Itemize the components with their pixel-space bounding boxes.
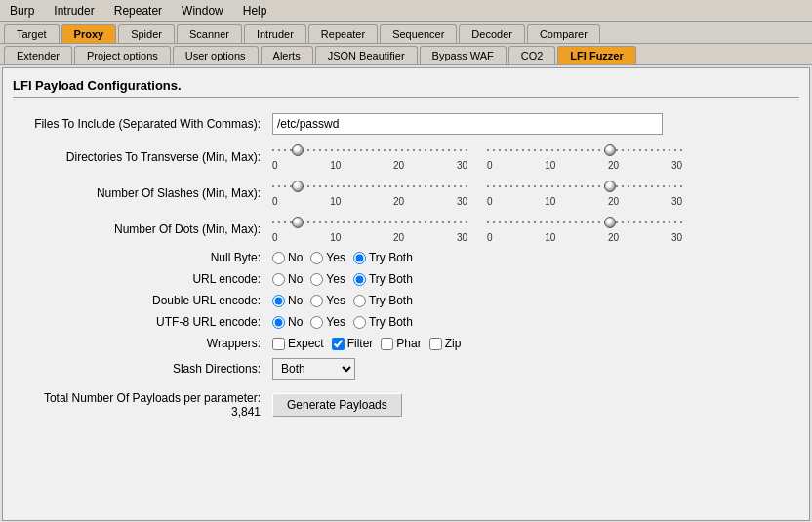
- double-url-no-label[interactable]: No: [272, 294, 303, 307]
- url-encode-no-label[interactable]: No: [272, 272, 303, 286]
- double-url-control: No Yes Try Both: [266, 290, 799, 311]
- null-byte-no-radio[interactable]: [272, 252, 285, 264]
- null-byte-no-label[interactable]: No: [272, 251, 303, 264]
- tab-target[interactable]: Target: [4, 24, 60, 43]
- tab-intruder[interactable]: Intruder: [244, 24, 306, 43]
- double-url-label: Double URL encode:: [13, 290, 266, 311]
- tab-scanner[interactable]: Scanner: [177, 24, 242, 43]
- wrappers-control: Expect Filter Phar Zip: [266, 333, 799, 354]
- utf8-yes-label[interactable]: Yes: [310, 315, 345, 329]
- slash-dir-label: Slash Directions:: [13, 354, 266, 383]
- menu-help[interactable]: Help: [239, 2, 271, 20]
- dirs-label: Directories To Transverse (Min, Max):: [13, 139, 266, 175]
- utf8-control: No Yes Try Both: [266, 311, 799, 333]
- wrapper-phar-label[interactable]: Phar: [381, 337, 421, 350]
- tab-co2[interactable]: CO2: [508, 46, 556, 64]
- tab-decoder[interactable]: Decoder: [459, 24, 525, 43]
- wrapper-phar-checkbox[interactable]: [381, 338, 393, 350]
- double-url-try-both-label[interactable]: Try Both: [353, 294, 413, 307]
- null-byte-try-both-label[interactable]: Try Both: [353, 251, 413, 264]
- dots-max-slider[interactable]: [487, 215, 682, 230]
- tab-comparer[interactable]: Comparer: [527, 24, 600, 43]
- null-byte-label: Null Byte:: [13, 247, 266, 268]
- dots-min-slider[interactable]: [272, 215, 467, 230]
- utf8-label: UTF-8 URL encode:: [13, 311, 266, 333]
- url-encode-label: URL encode:: [13, 268, 266, 290]
- url-encode-no-radio[interactable]: [272, 273, 285, 286]
- slash-dir-control: Both Forward Backslash: [266, 354, 799, 383]
- wrapper-zip-label[interactable]: Zip: [429, 337, 462, 350]
- null-byte-yes-radio[interactable]: [310, 252, 323, 264]
- tab-alerts[interactable]: Alerts: [261, 46, 313, 64]
- utf8-try-both-label[interactable]: Try Both: [353, 315, 413, 329]
- null-byte-try-both-radio[interactable]: [353, 252, 366, 264]
- menu-intruder[interactable]: Intruder: [50, 2, 98, 20]
- utf8-try-both-radio[interactable]: [353, 316, 366, 329]
- wrappers-label: Wrappers:: [13, 333, 266, 354]
- wrapper-filter-label[interactable]: Filter: [332, 337, 374, 350]
- double-url-yes-label[interactable]: Yes: [310, 294, 345, 307]
- slashes-min-slider[interactable]: [272, 179, 467, 194]
- slashes-max-slider[interactable]: [487, 179, 682, 194]
- slashes-label: Number Of Slashes (Min, Max):: [13, 175, 266, 211]
- dirs-max-slider[interactable]: [487, 142, 682, 158]
- menu-burp[interactable]: Burp: [6, 2, 38, 20]
- tab-project-options[interactable]: Project options: [74, 46, 171, 64]
- dirs-control: 0102030 0102030: [266, 139, 799, 175]
- double-url-yes-radio[interactable]: [310, 295, 323, 307]
- wrapper-expect-label[interactable]: Expect: [272, 337, 324, 350]
- tab-proxy[interactable]: Proxy: [61, 24, 117, 43]
- tab-user-options[interactable]: User options: [173, 46, 259, 64]
- dirs-min-slider[interactable]: [272, 142, 467, 158]
- tab-json-beautifier[interactable]: JSON Beautifier: [315, 46, 418, 64]
- tab-row-2: Extender Project options User options Al…: [0, 44, 812, 65]
- url-encode-try-both-radio[interactable]: [353, 273, 366, 286]
- files-label: Files To Include (Separated With Commas)…: [13, 109, 266, 139]
- tab-sequencer[interactable]: Sequencer: [380, 24, 457, 43]
- null-byte-yes-label[interactable]: Yes: [310, 251, 345, 264]
- tab-lfi-fuzzer[interactable]: LFI Fuzzer: [557, 46, 635, 64]
- tab-repeater[interactable]: Repeater: [308, 24, 378, 43]
- menu-repeater[interactable]: Repeater: [110, 2, 166, 20]
- files-control: [266, 109, 799, 139]
- tab-extender[interactable]: Extender: [4, 46, 72, 64]
- double-url-no-radio[interactable]: [272, 295, 285, 307]
- utf8-no-radio[interactable]: [272, 316, 285, 329]
- menu-bar: Burp Intruder Repeater Window Help: [0, 0, 812, 22]
- url-encode-try-both-label[interactable]: Try Both: [353, 272, 413, 286]
- wrapper-zip-checkbox[interactable]: [429, 338, 442, 350]
- menu-window[interactable]: Window: [178, 2, 227, 20]
- url-encode-yes-radio[interactable]: [310, 273, 323, 286]
- double-url-try-both-radio[interactable]: [353, 295, 366, 307]
- generate-payloads-button[interactable]: Generate Payloads: [272, 393, 402, 417]
- files-input[interactable]: [272, 113, 663, 135]
- utf8-yes-radio[interactable]: [310, 316, 323, 329]
- wrapper-expect-checkbox[interactable]: [272, 338, 285, 350]
- generate-control: Generate Payloads: [266, 383, 799, 422]
- config-form: Files To Include (Separated With Commas)…: [13, 109, 799, 422]
- content-area: LFI Payload Configurations. Files To Inc…: [2, 67, 810, 521]
- dots-label: Number Of Dots (Min, Max):: [13, 211, 266, 247]
- slashes-control: 0102030 0102030: [266, 175, 799, 211]
- wrapper-filter-checkbox[interactable]: [332, 338, 345, 350]
- null-byte-control: No Yes Try Both: [266, 247, 799, 268]
- dots-control: 0102030 0102030: [266, 211, 799, 247]
- section-title: LFI Payload Configurations.: [13, 78, 799, 98]
- tab-row-1: Target Proxy Spider Scanner Intruder Rep…: [0, 22, 812, 44]
- url-encode-control: No Yes Try Both: [266, 268, 799, 290]
- utf8-no-label[interactable]: No: [272, 315, 303, 329]
- url-encode-yes-label[interactable]: Yes: [310, 272, 345, 286]
- tab-bypass-waf[interactable]: Bypass WAF: [420, 46, 507, 64]
- tab-spider[interactable]: Spider: [118, 24, 175, 43]
- total-label: Total Number Of Payloads per parameter: …: [13, 383, 266, 422]
- slash-direction-select[interactable]: Both Forward Backslash: [272, 358, 355, 380]
